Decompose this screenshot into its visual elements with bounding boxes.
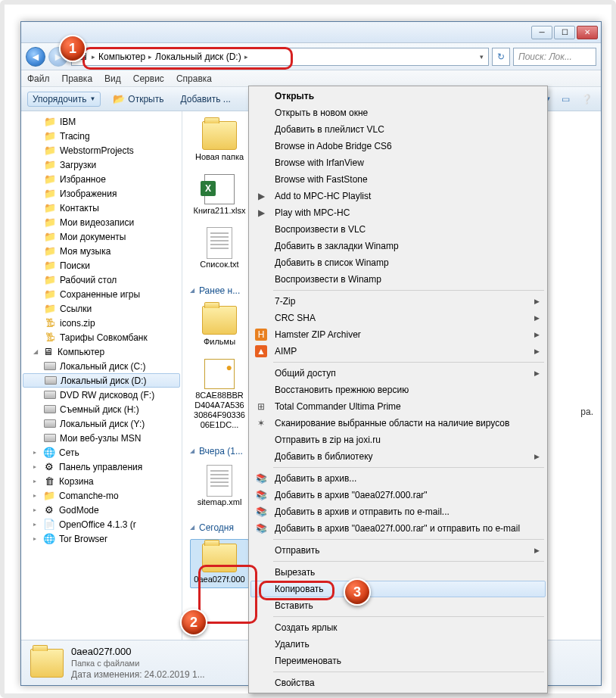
file-item[interactable]: sitemap.xml — [190, 463, 249, 510]
context-menu-item[interactable]: Открыть — [250, 88, 546, 104]
menu-view[interactable]: Вид — [104, 73, 121, 84]
tree-item[interactable]: 🗜Тарифы Совкомбанк — [21, 330, 182, 344]
tree-item[interactable]: 📁Ссылки — [21, 301, 182, 316]
tree-item[interactable]: 📁Контакты — [21, 201, 182, 215]
open-button[interactable]: 📂 Открыть — [108, 92, 168, 107]
file-item[interactable]: 8CAE88BBRD404A7A53630864F9033606E1DC... — [190, 356, 249, 434]
context-menu-item[interactable]: 7-Zip▶ — [250, 293, 546, 310]
tree-item[interactable]: ▸🗑Корзина — [21, 474, 182, 488]
context-menu-item[interactable]: Воспроизвести в Winamp — [250, 271, 546, 288]
tree-item[interactable]: ▸🌐Tor Browser — [21, 531, 182, 546]
context-menu-item[interactable]: Добавить в закладки Winamp — [250, 238, 546, 254]
close-button[interactable]: ✕ — [577, 26, 598, 39]
tree-item[interactable]: 📁Загрузки — [21, 157, 182, 172]
tree-item[interactable]: ▸⚙GodMode — [21, 503, 182, 517]
file-item[interactable]: Список.txt — [190, 225, 249, 273]
tree-item[interactable]: ▸🌐Сеть — [21, 445, 182, 460]
context-menu-item[interactable]: ▶Add to MPC-HC Playlist — [250, 188, 546, 204]
context-menu-item[interactable]: Вставить — [250, 597, 546, 614]
tree-drive[interactable]: Локальный диск (D:) — [23, 373, 180, 388]
context-menu-item[interactable]: 📚Добавить в архив "0aea027f.000.rar" и о… — [250, 520, 546, 537]
context-menu-item[interactable]: Добавить в плейлист VLC — [250, 121, 546, 138]
context-menu-item[interactable]: Общий доступ▶ — [250, 365, 546, 382]
organize-button[interactable]: Упорядочить▼ — [27, 92, 101, 107]
tree-drive[interactable]: Мои веб-узлы MSN — [21, 431, 182, 445]
tree-item[interactable]: 📁Сохраненные игры — [21, 287, 182, 301]
folder-icon — [30, 647, 64, 680]
drive-icon — [44, 360, 56, 372]
file-label: 0aea027f.000 — [194, 575, 244, 584]
context-menu-item[interactable]: Вырезать — [250, 564, 546, 581]
tree-item[interactable]: ▸📄OpenOffice 4.1.3 (r — [21, 517, 182, 531]
context-menu-item[interactable]: ▲AIMP▶ — [250, 343, 546, 360]
tree-item[interactable]: ▸⚙Панель управления — [21, 460, 182, 474]
context-menu-item[interactable]: Browse with FastStone — [250, 171, 546, 188]
preview-pane-button[interactable]: ▭ — [557, 91, 574, 108]
breadcrumb-drive-d[interactable]: Локальный диск (D:) — [155, 51, 241, 62]
context-menu-item[interactable]: Удалить — [250, 636, 546, 653]
help-button[interactable]: ❔ — [578, 91, 595, 108]
add-button[interactable]: Добавить ... — [176, 92, 235, 106]
context-menu-item[interactable]: CRC SHA▶ — [250, 310, 546, 326]
tree-drive[interactable]: Локальный диск (Y:) — [21, 416, 182, 431]
context-menu-item[interactable]: Добавить в библиотеку▶ — [250, 448, 546, 465]
tree-item[interactable]: 🗜icons.zip — [21, 316, 182, 330]
breadcrumb-computer[interactable]: Компьютер — [98, 51, 145, 62]
context-menu-item[interactable]: Восстановить прежнюю версию — [250, 382, 546, 398]
tree-item[interactable]: 📁IBM — [21, 114, 182, 129]
minimize-button[interactable]: ─ — [531, 26, 552, 39]
tree-item[interactable]: 📁Tracing — [21, 129, 182, 143]
menu-service[interactable]: Сервис — [133, 73, 164, 84]
tree-item[interactable]: 📁Изображения — [21, 186, 182, 201]
context-menu-item[interactable]: Создать ярлык — [250, 619, 546, 636]
navbar: ◄ ► 🖥 ▸ Компьютер ▸ Локальный диск (D:) … — [21, 43, 601, 70]
context-menu-item[interactable]: Добавить в список Winamp — [250, 254, 546, 271]
file-item[interactable]: Новая папка — [190, 117, 249, 165]
tree-drive[interactable]: Съемный диск (H:) — [21, 402, 182, 416]
tree-item[interactable]: 📁Мои видеозаписи — [21, 215, 182, 229]
submenu-arrow-icon: ▶ — [534, 331, 540, 338]
back-button[interactable]: ◄ — [26, 47, 45, 67]
context-menu-item[interactable]: Отправить▶ — [250, 542, 546, 559]
file-item[interactable]: 0aea027f.000 — [190, 539, 249, 588]
file-item[interactable]: Фильмы — [190, 302, 249, 350]
tree-item[interactable]: 📁Моя музыка — [21, 244, 182, 258]
nav-tree[interactable]: 📁IBM📁Tracing📁WebstormProjects📁Загрузки📁И… — [21, 111, 182, 640]
context-menu-item[interactable]: Копировать — [250, 581, 546, 597]
item-icon: 📁 — [43, 490, 55, 502]
menu-edit[interactable]: Правка — [62, 73, 93, 84]
maximize-button[interactable]: ☐ — [554, 26, 575, 39]
tree-drive[interactable]: Локальный диск (C:) — [21, 359, 182, 373]
context-menu-item[interactable]: Отправить в zip на joxi.ru — [250, 432, 546, 448]
chevron-down-icon[interactable]: ▾ — [480, 53, 484, 61]
context-menu-item[interactable]: Свойства — [250, 675, 546, 691]
context-menu-item[interactable]: Browse with IrfanView — [250, 154, 546, 171]
context-menu-item[interactable]: HHamster ZIP Archiver▶ — [250, 326, 546, 343]
context-menu-item[interactable]: 📚Добавить в архив и отправить по e-mail.… — [250, 503, 546, 520]
file-item[interactable]: Книга211.xlsx — [190, 171, 249, 219]
refresh-button[interactable]: ↻ — [492, 48, 510, 66]
tree-item[interactable]: 📁Мои документы — [21, 229, 182, 244]
tree-item[interactable]: ▸📁Comanche-mo — [21, 488, 182, 503]
tree-item[interactable]: 📁Рабочий стол — [21, 273, 182, 287]
tree-item[interactable]: 📁WebstormProjects — [21, 143, 182, 157]
tree-computer[interactable]: ◢ 🖥Компьютер — [21, 344, 182, 359]
tree-item[interactable]: 📁Поиски — [21, 258, 182, 273]
tree-item[interactable]: 📁Избранное — [21, 172, 182, 186]
context-menu-item[interactable]: 📚Добавить в архив... — [250, 470, 546, 487]
context-menu-item[interactable]: Browse in Adobe Bridge CS6 — [250, 138, 546, 154]
status-type: Папка с файлами — [71, 659, 205, 668]
tree-drive[interactable]: DVD RW дисковод (F:) — [21, 388, 182, 402]
search-input[interactable]: Поиск: Лок... — [513, 48, 596, 66]
menu-separator — [273, 539, 544, 540]
menu-file[interactable]: Файл — [27, 73, 50, 84]
context-menu-item[interactable]: ✶Сканирование выбранные области на налич… — [250, 415, 546, 432]
context-menu-item[interactable]: ▶Play with MPC-HC — [250, 204, 546, 221]
context-menu-item[interactable]: 📚Добавить в архив "0aea027f.000.rar" — [250, 487, 546, 503]
context-menu-item[interactable]: Переименовать — [250, 653, 546, 669]
menu-help[interactable]: Справка — [176, 73, 212, 84]
breadcrumb[interactable]: 🖥 ▸ Компьютер ▸ Локальный диск (D:) ▸ ▾ — [71, 48, 489, 66]
context-menu-item[interactable]: Воспроизвести в VLC — [250, 221, 546, 238]
context-menu-item[interactable]: Открыть в новом окне — [250, 104, 546, 121]
context-menu-item[interactable]: ⊞Total Commander Ultima Prime — [250, 398, 546, 415]
